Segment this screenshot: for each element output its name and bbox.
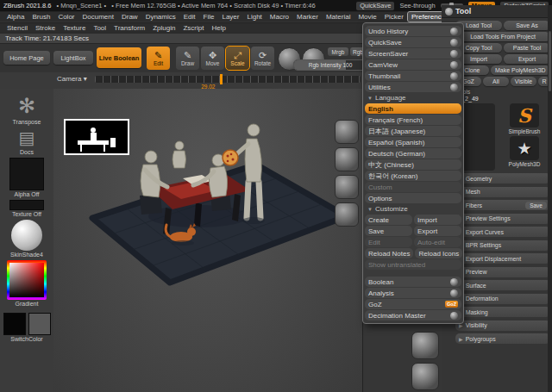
timeline-marker[interactable] bbox=[220, 74, 223, 84]
language-option--chinese-[interactable]: 中文 (Chinese) bbox=[365, 159, 461, 170]
quick-pick-polymesh3d[interactable]: ★ PolyMesh3D bbox=[509, 136, 541, 167]
section-mesh[interactable]: ▶Mesh bbox=[455, 187, 550, 197]
section-deformation[interactable]: ▶Deformation bbox=[455, 294, 550, 304]
tool-btn-load-tools-from-project[interactable]: Load Tools From Project bbox=[455, 32, 550, 41]
customize-create[interactable]: Create bbox=[365, 215, 412, 225]
mrgb-button[interactable]: Mrgb bbox=[328, 47, 348, 56]
section-surface[interactable]: ▶Surface bbox=[455, 280, 550, 290]
section-geometry[interactable]: ▶Geometry bbox=[455, 173, 550, 184]
rotate-mode-button[interactable]: ⟳ Rotate bbox=[251, 47, 274, 70]
section-visibility[interactable]: ▶Visibility bbox=[455, 320, 550, 331]
customize-edit[interactable]: Edit bbox=[365, 237, 412, 247]
section-fibers[interactable]: ▶FibersSave bbox=[455, 200, 550, 210]
tray-thumbnail-icon-2[interactable] bbox=[411, 363, 439, 390]
alpha-swatch[interactable] bbox=[9, 158, 44, 190]
pref-item-quicksave[interactable]: QuickSave bbox=[365, 37, 461, 47]
pref-item-analysis[interactable]: Analysis bbox=[365, 288, 461, 298]
menu-marker[interactable]: Marker bbox=[293, 12, 322, 22]
menu-light[interactable]: Light bbox=[243, 12, 265, 22]
timeline-track[interactable]: 29.02 bbox=[95, 76, 361, 83]
tool-btn-visible[interactable]: Visible bbox=[511, 77, 536, 86]
secondary-color-swatch[interactable] bbox=[28, 313, 51, 335]
language-option-deutsch-german-[interactable]: Deutsch (German) bbox=[365, 148, 461, 159]
lightbox-button[interactable]: LightBox bbox=[53, 51, 93, 65]
pref-item-boolean[interactable]: Boolean bbox=[365, 277, 461, 287]
customize-reload-notes[interactable]: Reload Notes bbox=[365, 248, 413, 258]
language-option--korean-[interactable]: 한국어 (Korean) bbox=[365, 171, 461, 181]
color-picker[interactable] bbox=[7, 260, 47, 300]
pref-item-screensaver[interactable]: ScreenSaver bbox=[365, 48, 461, 59]
tool-palette-header[interactable]: Tool bbox=[442, 5, 552, 18]
right-shelf-icon-4[interactable] bbox=[335, 202, 359, 227]
menu-help[interactable]: Help bbox=[208, 23, 229, 33]
right-shelf-icon-3[interactable] bbox=[335, 175, 359, 199]
customize-import[interactable]: Import bbox=[414, 215, 461, 225]
language-option-english[interactable]: English bbox=[365, 103, 461, 114]
language-section-header[interactable]: ▼Language bbox=[365, 93, 461, 103]
transpose-gyro-icon[interactable]: ✻ bbox=[18, 94, 35, 118]
window-scrollbar[interactable] bbox=[548, 5, 552, 392]
tool-btn-all[interactable]: All bbox=[483, 77, 509, 86]
language-option-custom[interactable]: Custom bbox=[365, 182, 461, 192]
home-page-button[interactable]: Home Page bbox=[3, 51, 50, 65]
menu-material[interactable]: Material bbox=[323, 12, 354, 22]
right-shelf-icon-1[interactable] bbox=[335, 120, 359, 144]
menu-tool[interactable]: Tool bbox=[90, 23, 110, 33]
tool-btn-save-as[interactable]: Save As bbox=[504, 21, 550, 30]
menu-color[interactable]: Color bbox=[54, 12, 78, 22]
tray-thumbnail-icon-1[interactable] bbox=[411, 332, 439, 359]
language-option--japanese-[interactable]: 日本語 (Japanese) bbox=[365, 126, 461, 136]
menu-macro[interactable]: Macro bbox=[267, 12, 292, 22]
pref-item-goz[interactable]: GoZGoZ bbox=[365, 299, 461, 309]
section-export-displacement[interactable]: ▶Export Displacement bbox=[455, 253, 550, 264]
customize-export[interactable]: Export bbox=[414, 226, 461, 236]
pref-item-decimation-master[interactable]: Decimation Master bbox=[365, 310, 461, 320]
move-mode-button[interactable]: ✥ Move bbox=[201, 47, 224, 70]
right-shelf-icon-2[interactable] bbox=[335, 147, 359, 171]
section-preview-settings[interactable]: ▶Preview Settings bbox=[455, 214, 550, 224]
menu-document[interactable]: Document bbox=[79, 12, 117, 22]
section-export-curves[interactable]: ▶Export Curves bbox=[455, 227, 550, 237]
language-option-espa-ol-spanish-[interactable]: Español (Spanish) bbox=[365, 137, 461, 147]
rgb-intensity-slider[interactable]: Rgb Intensity 100 bbox=[293, 59, 367, 71]
quick-pick-simplebrush[interactable]: S SimpleBrush bbox=[509, 103, 541, 134]
customize-reload-icons[interactable]: Reload Icons bbox=[415, 248, 462, 258]
customize-section-header[interactable]: ▼Customize bbox=[365, 204, 461, 214]
color-picker-sv[interactable] bbox=[9, 263, 44, 297]
menu-alpha[interactable]: Alpha bbox=[3, 12, 28, 22]
viewport-canvas[interactable] bbox=[53, 89, 362, 392]
menu-file[interactable]: File bbox=[200, 12, 218, 22]
language-option-fran-ais-french-[interactable]: Français (French) bbox=[365, 115, 461, 125]
tool-btn-make-polymesh3d[interactable]: Make PolyMesh3D bbox=[491, 65, 550, 75]
show-untranslated-toggle[interactable]: Show untranslated bbox=[365, 259, 461, 270]
section-bpr-settings[interactable]: ▶BPR Settings bbox=[455, 240, 550, 251]
pref-item-thumbnail[interactable]: Thumbnail bbox=[365, 71, 461, 81]
menu-movie[interactable]: Movie bbox=[354, 12, 380, 22]
pref-item-camview[interactable]: CamView bbox=[365, 59, 461, 70]
camera-dropdown[interactable]: Camera ▾ bbox=[57, 75, 87, 83]
tool-btn-paste-tool[interactable]: Paste Tool bbox=[504, 43, 550, 53]
live-boolean-button[interactable]: Live Boolean bbox=[97, 47, 141, 68]
edit-button[interactable]: ✎ Edit bbox=[147, 47, 170, 70]
menu-zplugin[interactable]: Zplugin bbox=[149, 23, 179, 33]
pref-item-utilities[interactable]: Utilities bbox=[365, 82, 461, 92]
menu-edit[interactable]: Edit bbox=[180, 12, 199, 22]
menu-texture[interactable]: Texture bbox=[60, 23, 89, 33]
section-preview[interactable]: ▶Preview bbox=[455, 267, 550, 277]
scrollbar-handle[interactable] bbox=[549, 31, 551, 91]
menu-picker[interactable]: Picker bbox=[381, 12, 407, 22]
section-polygroups[interactable]: ▶Polygroups bbox=[455, 333, 550, 344]
menu-stencil[interactable]: Stencil bbox=[3, 23, 31, 33]
menu-transform[interactable]: Transform bbox=[110, 23, 148, 33]
language-option-options[interactable]: Options bbox=[365, 193, 461, 203]
customize-auto-edit[interactable]: Auto-edit bbox=[414, 237, 461, 247]
menu-draw[interactable]: Draw bbox=[118, 12, 141, 22]
menu-stroke[interactable]: Stroke bbox=[32, 23, 59, 33]
menu-layer[interactable]: Layer bbox=[218, 12, 242, 22]
menu-dynamics[interactable]: Dynamics bbox=[142, 12, 179, 22]
pref-item-undo-history[interactable]: Undo History bbox=[365, 26, 461, 36]
draw-mode-button[interactable]: ✎ Draw bbox=[176, 47, 199, 70]
texture-swatch[interactable] bbox=[9, 200, 44, 210]
quicksave-button[interactable]: QuickSave bbox=[356, 2, 394, 10]
menu-zscript[interactable]: Zscript bbox=[179, 23, 207, 33]
